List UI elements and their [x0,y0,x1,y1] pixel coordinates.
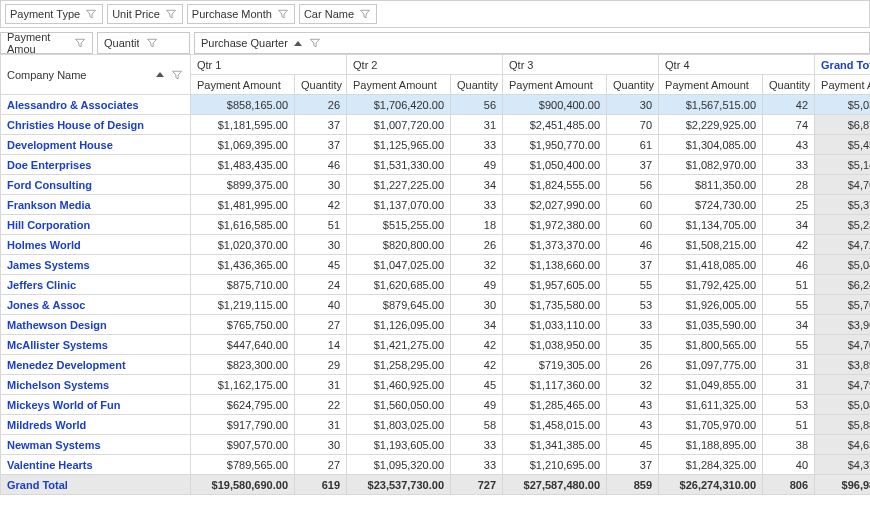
qty-cell[interactable]: 37 [295,135,347,155]
company-cell[interactable]: Mildreds World [1,415,191,435]
amount-cell[interactable]: $1,705,970.00 [659,415,763,435]
amount-cell[interactable]: $1,137,070.00 [347,195,451,215]
gt-amount-cell[interactable]: $6,870,725.00 [815,115,870,135]
gt-qty-cell[interactable]: 619 [295,475,347,495]
qty-cell[interactable]: 42 [451,355,503,375]
qty-cell[interactable]: 37 [607,255,659,275]
amount-cell[interactable]: $719,305.00 [503,355,607,375]
amount-cell[interactable]: $1,162,175.00 [191,375,295,395]
col-grand-total[interactable]: Grand Total [815,55,870,75]
gt-amount-cell[interactable]: $5,884,800.00 [815,415,870,435]
gt-qty-cell[interactable]: 806 [763,475,815,495]
qty-cell[interactable]: 42 [763,235,815,255]
qty-cell[interactable]: 56 [607,175,659,195]
amount-cell[interactable]: $1,458,015.00 [503,415,607,435]
amount-cell[interactable]: $900,400.00 [503,95,607,115]
qty-cell[interactable]: 55 [607,275,659,295]
amount-cell[interactable]: $1,341,385.00 [503,435,607,455]
qty-cell[interactable]: 25 [763,195,815,215]
data-field-chip[interactable]: Quantit [97,32,190,54]
qty-cell[interactable]: 14 [295,335,347,355]
amount-cell[interactable]: $1,706,420.00 [347,95,451,115]
filter-icon[interactable] [74,36,86,50]
amount-cell[interactable]: $1,800,565.00 [659,335,763,355]
qty-cell[interactable]: 45 [607,435,659,455]
gt-amount-cell[interactable]: $26,274,310.00 [659,475,763,495]
qty-cell[interactable]: 32 [451,255,503,275]
amount-cell[interactable]: $2,451,485.00 [503,115,607,135]
amount-cell[interactable]: $1,972,380.00 [503,215,607,235]
qty-cell[interactable]: 46 [607,235,659,255]
qty-cell[interactable]: 34 [763,315,815,335]
company-cell[interactable]: Menedez Development [1,355,191,375]
qty-cell[interactable]: 31 [451,115,503,135]
amount-cell[interactable]: $1,560,050.00 [347,395,451,415]
gt-amount-cell[interactable]: $5,371,785.00 [815,195,870,215]
qty-cell[interactable]: 30 [451,295,503,315]
qty-cell[interactable]: 53 [763,395,815,415]
qty-cell[interactable]: 37 [607,455,659,475]
qty-cell[interactable]: 40 [295,295,347,315]
amount-cell[interactable]: $1,436,365.00 [191,255,295,275]
qty-cell[interactable]: 60 [607,195,659,215]
qty-cell[interactable]: 61 [607,135,659,155]
qty-cell[interactable]: 28 [763,175,815,195]
amount-cell[interactable]: $1,957,605.00 [503,275,607,295]
filter-icon[interactable] [308,36,322,50]
hdr-amount[interactable]: Payment Amount [191,75,295,95]
qty-cell[interactable]: 18 [451,215,503,235]
gt-amount-cell[interactable]: $5,238,925.00 [815,215,870,235]
qty-cell[interactable]: 24 [295,275,347,295]
qty-cell[interactable]: 46 [763,255,815,275]
gt-amount-cell[interactable]: $96,980,210.00 [815,475,870,495]
amount-cell[interactable]: $1,069,395.00 [191,135,295,155]
qty-cell[interactable]: 74 [763,115,815,135]
gt-amount-cell[interactable]: $27,587,480.00 [503,475,607,495]
amount-cell[interactable]: $1,138,660.00 [503,255,607,275]
hdr-qty[interactable]: Quantity [295,75,347,95]
company-cell[interactable]: Frankson Media [1,195,191,215]
qty-cell[interactable]: 40 [763,455,815,475]
company-cell[interactable]: Development House [1,135,191,155]
qty-cell[interactable]: 35 [607,335,659,355]
qty-cell[interactable]: 46 [295,155,347,175]
amount-cell[interactable]: $1,134,705.00 [659,215,763,235]
company-cell[interactable]: Hill Corporation [1,215,191,235]
amount-cell[interactable]: $1,285,465.00 [503,395,607,415]
qty-cell[interactable]: 30 [295,175,347,195]
amount-cell[interactable]: $1,181,595.00 [191,115,295,135]
company-cell[interactable]: Jones & Assoc [1,295,191,315]
qty-cell[interactable]: 33 [451,435,503,455]
column-field-chip[interactable]: Purchase Quarter [194,32,870,54]
gt-amount-cell[interactable]: $4,708,430.00 [815,335,870,355]
qty-cell[interactable]: 43 [607,395,659,415]
amount-cell[interactable]: $1,049,855.00 [659,375,763,395]
amount-cell[interactable]: $1,304,085.00 [659,135,763,155]
gt-amount-cell[interactable]: $5,148,135.00 [815,155,870,175]
amount-cell[interactable]: $1,418,085.00 [659,255,763,275]
gt-amount-cell[interactable]: $4,631,455.00 [815,435,870,455]
qty-cell[interactable]: 42 [451,335,503,355]
amount-cell[interactable]: $879,645.00 [347,295,451,315]
amount-cell[interactable]: $1,126,095.00 [347,315,451,335]
gt-amount-cell[interactable]: $19,580,690.00 [191,475,295,495]
amount-cell[interactable]: $1,033,110.00 [503,315,607,335]
qty-cell[interactable]: 56 [451,95,503,115]
qty-cell[interactable]: 27 [295,455,347,475]
row-field-chip[interactable]: Company Name [7,68,184,82]
qty-cell[interactable]: 53 [607,295,659,315]
company-cell[interactable]: Holmes World [1,235,191,255]
company-cell[interactable]: McAllister Systems [1,335,191,355]
company-cell[interactable]: James Systems [1,255,191,275]
amount-cell[interactable]: $1,210,695.00 [503,455,607,475]
amount-cell[interactable]: $724,730.00 [659,195,763,215]
amount-cell[interactable]: $1,373,370.00 [503,235,607,255]
company-cell[interactable]: Mickeys World of Fun [1,395,191,415]
amount-cell[interactable]: $1,792,425.00 [659,275,763,295]
gt-qty-cell[interactable]: 727 [451,475,503,495]
gt-qty-cell[interactable]: 859 [607,475,659,495]
qty-cell[interactable]: 49 [451,275,503,295]
amount-cell[interactable]: $1,007,720.00 [347,115,451,135]
amount-cell[interactable]: $907,570.00 [191,435,295,455]
hdr-amount[interactable]: Payment Amount [815,75,870,95]
